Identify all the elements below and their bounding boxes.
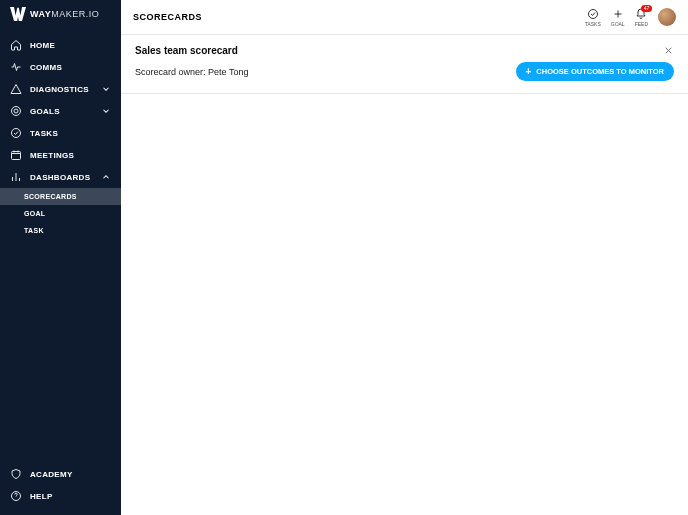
logo-mark-icon [10, 7, 26, 21]
topbar-actions: TASKS GOAL 47 FEED [585, 8, 676, 27]
sidebar-item-help[interactable]: HELP [0, 485, 121, 507]
chevron-down-icon [101, 84, 111, 94]
topbar: SCORECARDS TASKS GOAL 47 FEED [121, 0, 688, 34]
sidebar-item-label: HOME [30, 41, 55, 50]
sidebar-item-tasks[interactable]: TASKS [0, 122, 121, 144]
sidebar-item-comms[interactable]: COMMS [0, 56, 121, 78]
sidebar-item-label: TASKS [30, 129, 58, 138]
logo-text: WAYMAKER.IO [30, 9, 99, 19]
topbar-action-label: FEED [635, 21, 648, 27]
sidebar-sub-task[interactable]: TASK [0, 222, 121, 239]
topbar-goal-button[interactable]: GOAL [611, 8, 625, 27]
close-icon[interactable] [663, 45, 674, 56]
scorecard-title: Sales team scorecard [135, 45, 674, 56]
sidebar-sub-scorecards[interactable]: SCORECARDS [0, 188, 121, 205]
sidebar-item-meetings[interactable]: MEETINGS [0, 144, 121, 166]
sidebar-item-label: DIAGNOSTICS [30, 85, 89, 94]
topbar-tasks-button[interactable]: TASKS [585, 8, 601, 27]
sidebar-item-diagnostics[interactable]: DIAGNOSTICS [0, 78, 121, 100]
sidebar-item-label: MEETINGS [30, 151, 74, 160]
svg-point-2 [12, 129, 21, 138]
check-circle-icon [10, 127, 22, 139]
plus-icon [612, 8, 624, 20]
sidebar-item-label: DASHBOARDS [30, 173, 90, 182]
sidebar-item-label: ACADEMY [30, 470, 73, 479]
svg-point-1 [14, 109, 18, 113]
feed-badge: 47 [641, 5, 653, 12]
choose-outcomes-button[interactable]: + CHOOSE OUTCOMES TO MONITOR [516, 62, 675, 81]
pulse-icon [10, 61, 22, 73]
sidebar-sub-goal[interactable]: GOAL [0, 205, 121, 222]
home-icon [10, 39, 22, 51]
chevron-up-icon [101, 172, 111, 182]
brand-logo[interactable]: WAYMAKER.IO [0, 0, 121, 28]
chevron-down-icon [101, 106, 111, 116]
sidebar-item-goals[interactable]: GOALS [0, 100, 121, 122]
topbar-action-label: TASKS [585, 21, 601, 27]
check-circle-icon [587, 8, 599, 20]
triangle-icon [10, 83, 22, 95]
page-title: SCORECARDS [133, 12, 202, 22]
bars-icon [10, 171, 22, 183]
help-icon [10, 490, 22, 502]
bell-icon: 47 [635, 8, 647, 20]
shield-icon [10, 468, 22, 480]
sidebar: WAYMAKER.IO HOME COMMS DIAGNOSTICS [0, 0, 121, 515]
scorecard-owner: Scorecard owner: Pete Tong [135, 67, 248, 77]
cta-label: CHOOSE OUTCOMES TO MONITOR [536, 67, 664, 76]
svg-point-0 [12, 107, 21, 116]
topbar-action-label: GOAL [611, 21, 625, 27]
svg-rect-3 [12, 152, 21, 160]
sidebar-item-label: GOALS [30, 107, 60, 116]
owner-row: Scorecard owner: Pete Tong + CHOOSE OUTC… [135, 62, 674, 81]
sidebar-item-label: TASK [24, 227, 44, 234]
main: SCORECARDS TASKS GOAL 47 FEED [121, 0, 688, 515]
sidebar-item-label: SCORECARDS [24, 193, 77, 200]
topbar-feed-button[interactable]: 47 FEED [635, 8, 648, 27]
avatar[interactable] [658, 8, 676, 26]
sidebar-item-academy[interactable]: ACADEMY [0, 463, 121, 485]
sidebar-item-label: COMMS [30, 63, 62, 72]
logo-bold: WAY [30, 9, 51, 19]
sidebar-item-home[interactable]: HOME [0, 34, 121, 56]
calendar-icon [10, 149, 22, 161]
primary-nav: HOME COMMS DIAGNOSTICS GOALS [0, 34, 121, 463]
sidebar-item-label: HELP [30, 492, 53, 501]
scorecard-header: Sales team scorecard Scorecard owner: Pe… [121, 34, 688, 94]
sidebar-item-label: GOAL [24, 210, 45, 217]
svg-point-5 [588, 9, 597, 18]
logo-rest: MAKER.IO [51, 9, 99, 19]
sidebar-item-dashboards[interactable]: DASHBOARDS [0, 166, 121, 188]
target-icon [10, 105, 22, 117]
sidebar-bottom: ACADEMY HELP [0, 463, 121, 515]
